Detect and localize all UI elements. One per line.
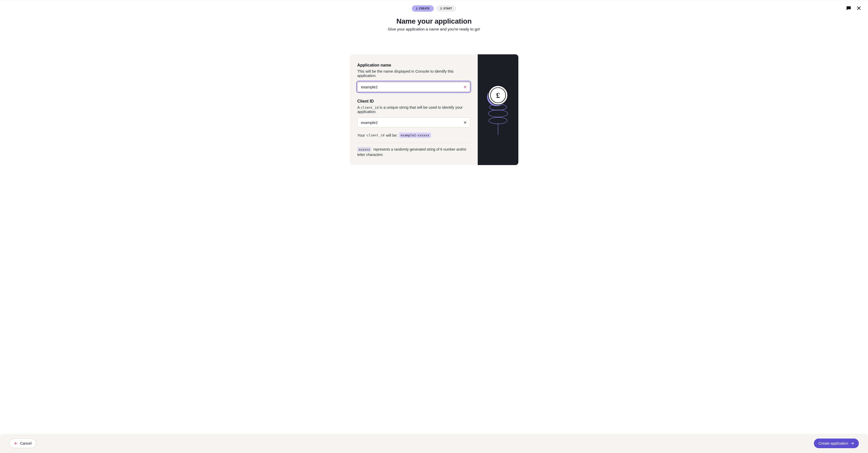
step-start[interactable]: 2. START bbox=[436, 5, 456, 12]
main-content: 1. CREATE 2. START Name your application… bbox=[0, 0, 868, 434]
app-name-input-wrap bbox=[357, 82, 470, 92]
cancel-button[interactable]: Cancel bbox=[9, 439, 36, 448]
top-right-actions bbox=[846, 5, 861, 11]
client-id-preview-chip: example2-xxxxxx bbox=[399, 133, 431, 138]
app-name-desc: This will be the name displayed in Conso… bbox=[357, 69, 470, 78]
client-id-input-wrap bbox=[357, 117, 470, 127]
arrow-right-icon bbox=[850, 441, 854, 445]
page-heading: Name your application Give your applicat… bbox=[0, 17, 868, 31]
page-subtitle: Give your application a name and you're … bbox=[0, 27, 868, 31]
form-card: Application name This will be the name d… bbox=[350, 54, 518, 165]
client-id-input[interactable] bbox=[357, 117, 470, 127]
client-id-clear-icon[interactable] bbox=[462, 120, 468, 125]
arrow-left-icon bbox=[14, 441, 18, 445]
svg-point-7 bbox=[488, 110, 508, 117]
client-id-note: xxxxxx represents a randomly generated s… bbox=[357, 147, 470, 157]
footer-bar: Cancel Create application bbox=[0, 434, 868, 453]
app-name-label: Application name bbox=[357, 63, 470, 68]
close-icon[interactable] bbox=[856, 6, 861, 11]
create-application-button[interactable]: Create application bbox=[814, 439, 859, 448]
page-title: Name your application bbox=[0, 17, 868, 25]
client-id-label: Client ID bbox=[357, 99, 470, 104]
app-name-input[interactable] bbox=[357, 82, 470, 92]
svg-point-8 bbox=[489, 117, 507, 124]
chat-icon[interactable] bbox=[846, 5, 851, 11]
coin-spring-illustration: £ bbox=[483, 83, 513, 136]
wizard-steps: 1. CREATE 2. START bbox=[0, 5, 868, 12]
client-id-desc: A client_id is a unique string that will… bbox=[357, 105, 470, 114]
step-create[interactable]: 1. CREATE bbox=[412, 5, 434, 12]
app-name-clear-icon[interactable] bbox=[462, 84, 468, 89]
illustration-panel: £ bbox=[478, 54, 518, 165]
client-id-hint: Your client_id will be: example2-xxxxxx bbox=[357, 133, 470, 143]
svg-text:£: £ bbox=[496, 91, 500, 99]
